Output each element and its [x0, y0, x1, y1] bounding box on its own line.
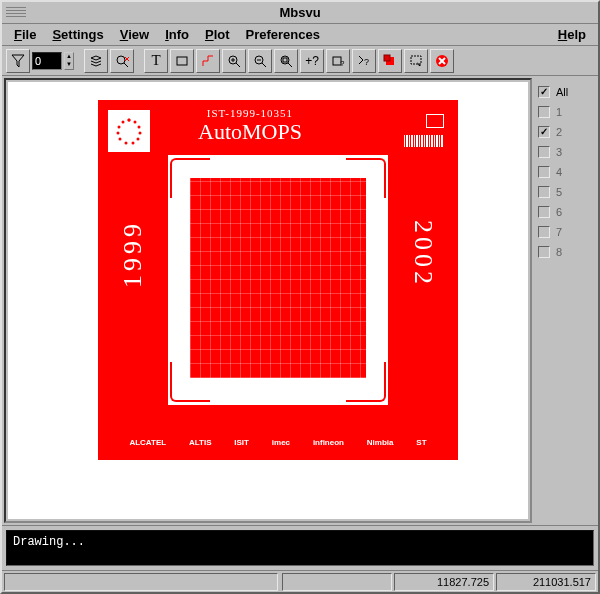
layer-7-check[interactable]	[538, 226, 550, 238]
toolbar: 0 ▲ ▼ T +? ? ?	[2, 46, 598, 76]
sponsor-row: ALCATEL ALTIS ISIT imec infineon Nimbia …	[118, 432, 438, 452]
window-title: Mbsvu	[279, 5, 320, 20]
svg-point-33	[118, 126, 121, 129]
titlebar: Mbsvu	[2, 2, 598, 24]
svg-rect-19	[384, 55, 390, 61]
zoom-in-icon[interactable]	[222, 49, 246, 73]
app-window: Mbsvu File Settings View Info Plot Prefe…	[0, 0, 600, 594]
svg-line-10	[262, 63, 266, 67]
layer-1[interactable]: 1	[538, 102, 594, 122]
layer-7[interactable]: 7	[538, 222, 594, 242]
layer-label: 5	[556, 186, 562, 198]
svg-point-31	[119, 138, 122, 141]
layer-1-check[interactable]	[538, 106, 550, 118]
level-spinner[interactable]: ▲ ▼	[64, 52, 74, 70]
layer-panel: All 1 2 3 4 5	[534, 76, 598, 525]
status-area: Drawing... 11827.725 211031.517	[2, 525, 598, 592]
svg-text:?: ?	[364, 57, 369, 67]
layer-8[interactable]: 8	[538, 242, 594, 262]
svg-point-12	[281, 56, 289, 64]
layer-4[interactable]: 4	[538, 162, 594, 182]
layer-5[interactable]: 5	[538, 182, 594, 202]
svg-point-30	[125, 142, 128, 145]
coord-y: 211031.517	[496, 573, 596, 591]
window-menu-icon[interactable]	[6, 7, 26, 19]
layer-label: 6	[556, 206, 562, 218]
eu-logo	[108, 110, 150, 152]
align-mark-br	[346, 362, 386, 402]
layer-label: 4	[556, 166, 562, 178]
layer-all[interactable]: All	[538, 82, 594, 102]
console: Drawing...	[6, 530, 594, 566]
rect-icon[interactable]	[170, 49, 194, 73]
layer-2-check[interactable]	[538, 126, 550, 138]
select-area-icon[interactable]	[404, 49, 428, 73]
align-mark-tr	[346, 158, 386, 198]
svg-point-32	[117, 132, 120, 135]
statusbar: 11827.725 211031.517	[2, 570, 598, 592]
year-end: 2002	[408, 220, 438, 288]
layer-5-check[interactable]	[538, 186, 550, 198]
align-mark-bl	[170, 362, 210, 402]
sponsor: ALCATEL	[129, 438, 166, 447]
barcode	[404, 135, 444, 147]
svg-rect-14	[283, 58, 287, 62]
sponsor: infineon	[313, 438, 344, 447]
svg-text:?: ?	[340, 59, 345, 68]
stop-icon[interactable]	[378, 49, 402, 73]
reference-mark	[426, 114, 444, 128]
context-help-icon[interactable]: ?	[352, 49, 376, 73]
coord-x: 11827.725	[394, 573, 494, 591]
sponsor: ALTIS	[189, 438, 212, 447]
help-icon[interactable]: +?	[300, 49, 324, 73]
layer-all-label: All	[556, 86, 568, 98]
ruler-icon[interactable]	[196, 49, 220, 73]
zoom-fit-icon[interactable]	[274, 49, 298, 73]
menu-info[interactable]: Info	[157, 25, 197, 44]
layer-6-check[interactable]	[538, 206, 550, 218]
sponsor: ST	[416, 438, 426, 447]
menu-help[interactable]: Help	[550, 25, 594, 44]
layers-icon[interactable]	[84, 49, 108, 73]
abort-icon[interactable]	[430, 49, 454, 73]
menu-settings[interactable]: Settings	[44, 25, 111, 44]
layer-8-check[interactable]	[538, 246, 550, 258]
funnel-icon[interactable]	[6, 49, 30, 73]
canvas[interactable]: IST-1999-10351 AutoMOPS 1999 2002 ALCATE…	[8, 82, 528, 519]
zoom-reset-icon[interactable]	[110, 49, 134, 73]
menu-plot[interactable]: Plot	[197, 25, 238, 44]
layer-label: 7	[556, 226, 562, 238]
layer-4-check[interactable]	[538, 166, 550, 178]
menu-file[interactable]: File	[6, 25, 44, 44]
layer-3-check[interactable]	[538, 146, 550, 158]
svg-point-29	[132, 142, 135, 145]
layer-all-check[interactable]	[538, 86, 550, 98]
text-icon[interactable]: T	[144, 49, 168, 73]
layer-6[interactable]: 6	[538, 202, 594, 222]
rect-help-icon[interactable]: ?	[326, 49, 350, 73]
console-message: Drawing...	[13, 535, 85, 549]
layer-label: 8	[556, 246, 562, 258]
menu-view[interactable]: View	[112, 25, 157, 44]
svg-point-27	[139, 132, 142, 135]
status-pad-1	[4, 573, 278, 591]
design-title: AutoMOPS	[198, 119, 302, 144]
svg-line-13	[288, 63, 292, 67]
sponsor: imec	[272, 438, 290, 447]
year-start: 1999	[118, 220, 148, 288]
layer-label: 1	[556, 106, 562, 118]
level-input[interactable]: 0	[32, 52, 62, 70]
svg-point-0	[117, 56, 125, 64]
layer-label: 3	[556, 146, 562, 158]
svg-point-34	[122, 121, 125, 124]
zoom-out-icon[interactable]	[248, 49, 272, 73]
svg-point-26	[138, 126, 141, 129]
svg-line-1	[124, 63, 128, 67]
menubar: File Settings View Info Plot Preferences…	[2, 24, 598, 46]
status-pad-2	[282, 573, 392, 591]
layer-2[interactable]: 2	[538, 122, 594, 142]
svg-line-6	[236, 63, 240, 67]
menu-preferences[interactable]: Preferences	[238, 25, 328, 44]
sponsor: ISIT	[234, 438, 249, 447]
layer-3[interactable]: 3	[538, 142, 594, 162]
